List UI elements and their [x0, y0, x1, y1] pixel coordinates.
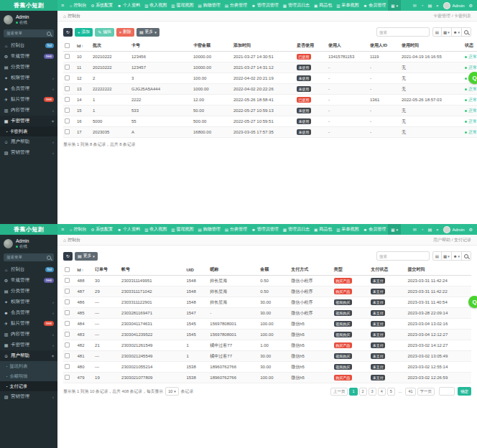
sidebar-item-9[interactable]: ▨营销管理‹ [0, 147, 57, 158]
next-page-button[interactable]: 下一页 [417, 388, 435, 396]
select-all-checkbox[interactable] [65, 267, 70, 272]
sidebar-item-2[interactable]: ▤分类管理 [0, 62, 57, 73]
topbar-item-0[interactable]: ⌂控制台 [68, 224, 88, 235]
topbar-item-11[interactable]: ☻会员管理 [361, 0, 388, 11]
tasks-icon[interactable]: ▤ [427, 3, 432, 8]
sidebar-item-4[interactable]: ☻会员管理‹ [0, 307, 57, 318]
row-checkbox[interactable] [65, 299, 70, 304]
row-checkbox[interactable] [65, 65, 70, 70]
row-checkbox[interactable] [65, 118, 70, 123]
sidebar-item-7[interactable]: ▦卡密管理▾ [0, 116, 57, 126]
edit-button[interactable]: ✎编辑 [95, 28, 114, 37]
gear-icon[interactable]: ⚙ [469, 227, 473, 232]
topbar-item-5[interactable]: ▤购物管理 [196, 224, 223, 235]
page-button-3[interactable]: 3 [369, 388, 376, 396]
more-button[interactable]: ▤更多▾ [136, 28, 159, 37]
export-button[interactable]: ☻▾ [452, 251, 462, 261]
sidebar-item-1[interactable]: ⚙常规管理new [0, 275, 57, 286]
sidebar-toggle-icon[interactable]: ≡ [57, 3, 68, 8]
row-checkbox[interactable] [65, 321, 70, 326]
search-input[interactable] [376, 27, 430, 37]
topbar-item-9[interactable]: ▣商品包 [312, 224, 334, 235]
topbar-item-2[interactable]: ☻个人资料 [115, 0, 142, 11]
sidebar-item-2[interactable]: ▤分类管理 [0, 286, 57, 297]
row-checkbox[interactable] [65, 86, 70, 91]
page-button-1[interactable]: 1 [349, 388, 357, 396]
row-checkbox[interactable] [65, 54, 70, 59]
row-checkbox[interactable] [65, 289, 70, 294]
sidebar-item-8[interactable]: ☺用户帮助‹ [0, 136, 57, 147]
topbar-item-7[interactable]: ☻管理员管理 [249, 224, 281, 235]
topbar-item-1[interactable]: ⚙系统配置 [88, 224, 115, 235]
submenu-item-0[interactable]: ▪提现列表 [0, 361, 57, 371]
sidebar-item-3[interactable]: ✦权限管理‹ [0, 297, 57, 307]
row-checkbox[interactable] [65, 129, 70, 134]
row-checkbox[interactable] [65, 310, 70, 315]
close-tabs-icon[interactable]: × [436, 228, 439, 232]
sidebar-item-9[interactable]: ▨营销管理‹ [0, 391, 57, 402]
topbar-item-8[interactable]: ▦管理员日志 [281, 0, 312, 11]
tasks-icon[interactable]: ▤ [427, 227, 432, 232]
moon-icon[interactable]: ◔ [421, 4, 424, 8]
search-button[interactable] [462, 27, 471, 37]
sidebar-item-8[interactable]: ☺用户帮助▾ [0, 350, 57, 361]
topbar-item-6[interactable]: ▤分类管理 [223, 0, 249, 11]
sidebar-item-4[interactable]: ☻会员管理‹ [0, 83, 57, 94]
topbar-item-4[interactable]: ▥提现视图 [169, 224, 195, 235]
topbar-item-7[interactable]: ☻管理员管理 [249, 0, 281, 11]
topbar-user-menu[interactable]: Admin [443, 2, 465, 9]
sidebar-search-input[interactable]: 搜索菜单 [4, 29, 54, 37]
page-button-41[interactable]: 41 [405, 388, 415, 396]
sidebar-item-5[interactable]: ✈贴片管理new [0, 318, 57, 329]
topbar-user-menu[interactable]: Admin [443, 226, 465, 233]
more-button[interactable]: ▤更多▾ [75, 252, 98, 261]
refresh-button[interactable]: ↻ [63, 252, 73, 261]
moon-icon[interactable]: ◔ [421, 228, 424, 232]
floating-service-button[interactable]: Q [468, 296, 477, 308]
delete-button[interactable]: ×删除 [116, 28, 134, 37]
floating-service-button[interactable]: Q [468, 72, 477, 84]
add-button[interactable]: +添加 [75, 28, 93, 37]
page-button-5[interactable]: 5 [387, 388, 395, 396]
sidebar-item-1[interactable]: ⚙常规管理new [0, 51, 57, 62]
columns-button[interactable]: ▦▾ [442, 251, 452, 261]
row-checkbox[interactable] [65, 75, 70, 80]
row-checkbox[interactable] [65, 342, 70, 347]
topbar-item-3[interactable]: ▥收入视图 [142, 224, 169, 235]
submenu-item-2[interactable]: ▪支付记录 [0, 381, 57, 391]
row-checkbox[interactable] [65, 278, 70, 283]
topbar-item-9[interactable]: ▣商品包 [312, 0, 334, 11]
tabs-dropdown-button[interactable]: ▦▾ [388, 224, 401, 235]
tabs-dropdown-button[interactable]: ▦▾ [388, 0, 401, 11]
page-button-4[interactable]: 4 [378, 388, 386, 396]
topbar-item-5[interactable]: ▤购物管理 [196, 0, 223, 11]
topbar-item-4[interactable]: ▥提现视图 [169, 0, 195, 11]
topbar-item-3[interactable]: ▥收入视图 [142, 0, 169, 11]
topbar-item-1[interactable]: ⚙系统配置 [88, 0, 115, 11]
sidebar-item-5[interactable]: ✈贴片管理new [0, 94, 57, 105]
sidebar-item-6[interactable]: ▥内容管理‹ [0, 329, 57, 340]
export-button[interactable]: ☻▾ [452, 27, 462, 37]
topbar-item-6[interactable]: ▤分类管理 [223, 224, 249, 235]
sidebar-item-6[interactable]: ▥内容管理‹ [0, 105, 57, 116]
topbar-item-10[interactable]: ▥采单视图 [334, 0, 361, 11]
sidebar-item-3[interactable]: ✦权限管理‹ [0, 73, 57, 83]
sidebar-search-input[interactable]: 搜索菜单 [4, 253, 54, 261]
sidebar-item-7[interactable]: ▦卡密管理‹ [0, 340, 57, 350]
topbar-item-11[interactable]: ☻会员管理 [361, 224, 388, 235]
topbar-item-0[interactable]: ⌂控制台 [68, 0, 88, 11]
row-checkbox[interactable] [65, 353, 70, 358]
per-page-select[interactable]: 10▾ [165, 387, 179, 396]
close-tabs-icon[interactable]: × [436, 4, 439, 8]
submenu-item-0[interactable]: ▪卡密列表 [0, 126, 57, 136]
select-all-checkbox[interactable] [65, 43, 70, 48]
sidebar-item-0[interactable]: ⌂控制台hot [0, 40, 57, 51]
page-jump-input[interactable] [439, 387, 455, 396]
clipboard-button[interactable]: ▤ [432, 251, 442, 261]
message-icon[interactable]: ✉ [413, 3, 417, 8]
page-jump-go-button[interactable]: 确定 [458, 387, 471, 396]
col-id[interactable]: Id↕ [75, 264, 93, 276]
search-input[interactable] [376, 251, 430, 261]
prev-page-button[interactable]: 上一页 [330, 388, 348, 396]
sidebar-item-0[interactable]: ⌂控制台hot [0, 264, 57, 275]
